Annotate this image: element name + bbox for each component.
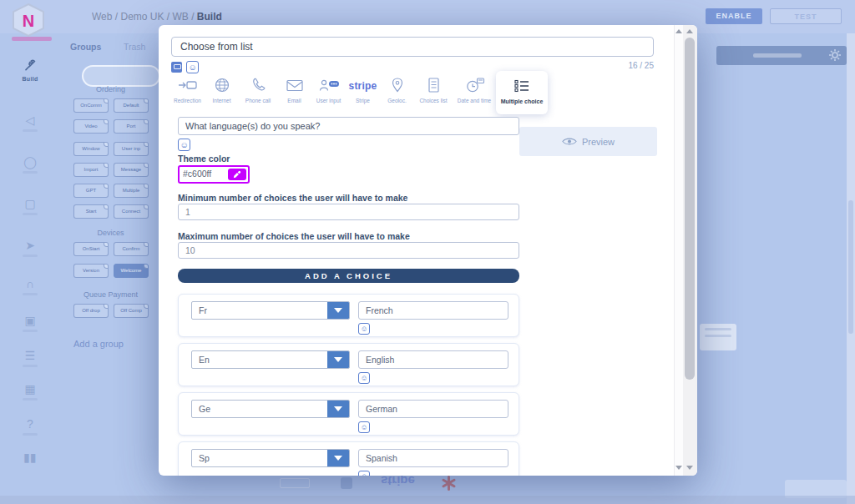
- node-box[interactable]: Off drop: [73, 304, 109, 318]
- emoji-picker-icon[interactable]: ☺: [358, 421, 370, 433]
- emoji-picker-icon[interactable]: ☺: [178, 139, 190, 151]
- breadcrumb[interactable]: Web / Demo UK / WB / Build: [92, 11, 222, 23]
- node-box[interactable]: Video: [73, 119, 109, 134]
- sidebar-item-build[interactable]: Build: [0, 58, 60, 82]
- sidebar-item-2[interactable]: ◁: [0, 113, 60, 132]
- test-button[interactable]: TEST: [770, 8, 842, 24]
- node-box[interactable]: Start: [73, 204, 109, 219]
- megaphone-icon: ◁: [0, 113, 60, 127]
- node-box[interactable]: User inp: [114, 142, 149, 156]
- sidebar-item-3[interactable]: ◯: [0, 155, 60, 174]
- node-box[interactable]: Default: [114, 98, 149, 113]
- choice-code-select[interactable]: Ge: [191, 400, 350, 418]
- modal-scrollbar-thumb[interactable]: [685, 38, 695, 380]
- globe-icon: [205, 77, 239, 95]
- sidebar-item-4[interactable]: ▢: [0, 197, 60, 215]
- sidebar-item-6[interactable]: ∩: [0, 277, 60, 295]
- sidebar-item-5[interactable]: ➤: [0, 239, 60, 257]
- color-picker-button[interactable]: [228, 169, 246, 180]
- choice-code-select[interactable]: Fr: [191, 301, 350, 320]
- min-choices-input[interactable]: [178, 204, 519, 220]
- image-icon: ▣: [0, 314, 60, 327]
- tab-phone-call[interactable]: Phone call: [239, 71, 277, 103]
- toolbar-text-smudge: [753, 53, 802, 58]
- node-box[interactable]: OnComm: [73, 98, 109, 113]
- node-box[interactable]: Multiple: [114, 184, 149, 198]
- envelope-icon: [277, 77, 311, 95]
- scroll-up-icon[interactable]: [686, 29, 693, 33]
- tab-choices-list[interactable]: Choices list: [414, 71, 453, 103]
- sidebar-item-10[interactable]: ▮▮: [0, 451, 60, 464]
- breadcrumb-path: Web / Demo UK / WB /: [92, 11, 194, 23]
- choice-code-select[interactable]: Sp: [191, 449, 350, 467]
- modal-scrollbar[interactable]: [683, 25, 697, 476]
- add-group-button[interactable]: Add a group: [73, 339, 124, 349]
- tab-groups[interactable]: Groups: [70, 42, 101, 52]
- tab-multiple-choice[interactable]: Multiple choice: [496, 71, 548, 114]
- node-box[interactable]: Window: [73, 142, 109, 156]
- node-box-selected[interactable]: Welcome: [114, 264, 149, 278]
- scroll-down-icon[interactable]: [686, 466, 693, 470]
- node-box[interactable]: Confirm: [114, 242, 149, 256]
- tab-trash[interactable]: Trash: [124, 42, 145, 52]
- enable-button[interactable]: ENABLE: [706, 8, 762, 24]
- sidebar-item-9[interactable]: ▦: [0, 382, 60, 401]
- node-box[interactable]: GPT: [73, 184, 109, 198]
- tab-date-and-time[interactable]: Date and time: [453, 71, 496, 103]
- min-choices-label: Minimum number of choices the user will …: [178, 193, 407, 203]
- chevron-down-icon[interactable]: [327, 450, 349, 466]
- canvas-toolbar[interactable]: [716, 46, 847, 65]
- tab-geoloc[interactable]: Geoloc.: [380, 71, 414, 103]
- group-section-title: Queue Payment: [60, 290, 161, 299]
- node-box[interactable]: Off Comp: [114, 304, 149, 318]
- stripe-logo: stripe: [346, 77, 380, 95]
- group-search-input[interactable]: [82, 65, 160, 87]
- chevron-down-icon[interactable]: [327, 401, 349, 417]
- choice-row: Ge ☺: [178, 392, 519, 436]
- modal-content-scrollbar[interactable]: [674, 25, 683, 476]
- square-icon: ▢: [0, 197, 60, 210]
- page-scrollbar[interactable]: [847, 33, 855, 504]
- scroll-up-icon[interactable]: [675, 29, 682, 33]
- node-box[interactable]: Connect: [114, 204, 149, 219]
- emoji-picker-icon[interactable]: ☺: [358, 372, 370, 384]
- choice-label-input[interactable]: [358, 449, 508, 467]
- node-box[interactable]: Import: [73, 163, 109, 177]
- calendar-icon: ▦: [0, 382, 60, 396]
- tab-user-input[interactable]: User input: [311, 71, 346, 103]
- tab-email[interactable]: Email: [277, 71, 311, 103]
- chevron-down-icon[interactable]: [327, 351, 349, 368]
- choice-label-input[interactable]: [358, 301, 508, 320]
- choice-label-input[interactable]: [358, 400, 508, 418]
- headset-icon: ∩: [0, 277, 60, 290]
- node-box[interactable]: Port: [114, 119, 149, 134]
- scroll-down-icon[interactable]: [675, 466, 682, 470]
- block-editor-modal: ☺ 16 / 25 Redirection Internet Phone cal…: [159, 25, 697, 476]
- block-name-input[interactable]: [171, 37, 654, 57]
- preview-button[interactable]: Preview: [519, 127, 657, 156]
- node-box[interactable]: Message: [114, 163, 149, 177]
- tab-redirection[interactable]: Redirection: [170, 71, 205, 103]
- node-box[interactable]: OnStart: [73, 242, 109, 256]
- chevron-down-icon[interactable]: [327, 302, 349, 319]
- wrench-icon: [0, 58, 60, 74]
- tab-internet[interactable]: Internet: [205, 71, 239, 103]
- choice-code-select[interactable]: En: [191, 350, 350, 369]
- sidebar-item-help[interactable]: ?: [0, 417, 60, 436]
- sidebar-item-7[interactable]: ▣: [0, 314, 60, 332]
- redirection-icon: [170, 77, 205, 95]
- gear-icon[interactable]: [829, 49, 841, 61]
- canvas-node-card[interactable]: [700, 324, 736, 350]
- emoji-picker-icon[interactable]: ☺: [358, 471, 370, 476]
- question-input[interactable]: [178, 117, 519, 135]
- sidebar-item-8[interactable]: ☰: [0, 349, 60, 367]
- choice-label-input[interactable]: [358, 350, 508, 369]
- node-box[interactable]: Version: [73, 264, 109, 278]
- page-scrollbar-thumb[interactable]: [848, 200, 853, 334]
- tab-stripe[interactable]: stripe Stripe: [346, 71, 380, 103]
- emoji-picker-icon[interactable]: ☺: [358, 323, 370, 335]
- theme-color-input[interactable]: [183, 169, 226, 179]
- max-choices-input[interactable]: [178, 242, 519, 259]
- add-choice-button[interactable]: ADD A CHOICE: [178, 269, 519, 283]
- paper-plane-icon: ➤: [0, 239, 60, 252]
